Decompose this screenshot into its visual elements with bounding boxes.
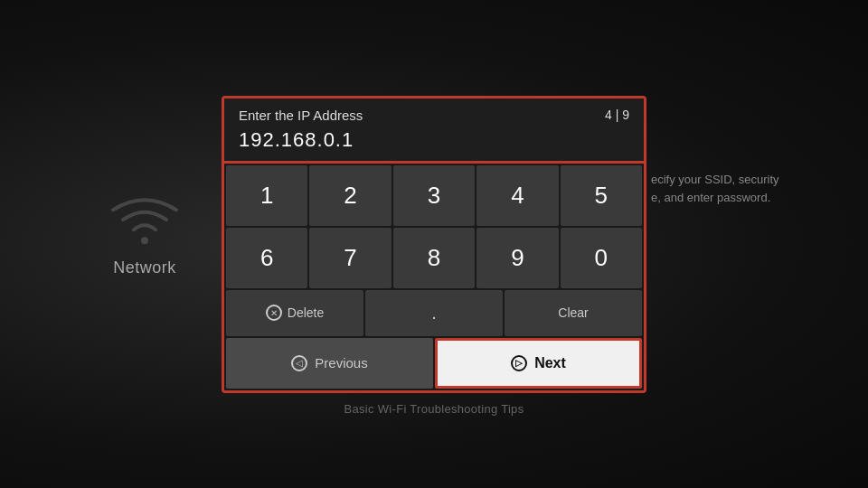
- num-9-button[interactable]: 9: [476, 228, 558, 288]
- wifi-area: Network: [108, 193, 181, 277]
- num-6-button[interactable]: 6: [226, 228, 307, 288]
- ip-address-dialog: Enter the IP Address 4 | 9 192.168.0.1 1…: [222, 96, 646, 393]
- next-icon: ▷: [511, 355, 527, 371]
- next-button[interactable]: ▷ Next: [435, 338, 642, 389]
- right-side-text: ecify your SSID, security e, and enter p…: [651, 171, 832, 206]
- nav-row: ◁ Previous ▷ Next: [224, 338, 644, 390]
- num-8-button[interactable]: 8: [393, 228, 475, 288]
- previous-button[interactable]: ◁ Previous: [226, 338, 433, 389]
- num-0-button[interactable]: 0: [561, 228, 642, 288]
- network-label: Network: [113, 258, 176, 277]
- delete-icon: ✕: [266, 305, 282, 321]
- dialog-header: Enter the IP Address 4 | 9 192.168.0.1: [222, 96, 646, 164]
- num-7-button[interactable]: 7: [309, 228, 391, 288]
- delete-button[interactable]: ✕ Delete: [226, 290, 363, 336]
- num-5-button[interactable]: 5: [561, 165, 642, 226]
- step-indicator: 4 | 9: [605, 108, 629, 122]
- action-row: ✕ Delete . Clear: [224, 290, 644, 338]
- dot-button[interactable]: .: [365, 290, 503, 336]
- clear-button[interactable]: Clear: [505, 290, 642, 336]
- num-3-button[interactable]: 3: [393, 165, 475, 226]
- header-row: Enter the IP Address 4 | 9: [239, 108, 629, 123]
- num-4-button[interactable]: 4: [476, 165, 558, 226]
- previous-icon: ◁: [291, 355, 307, 371]
- numpad-grid: 1 2 3 4 5 6 7 8 9 0: [224, 164, 644, 290]
- num-2-button[interactable]: 2: [309, 165, 391, 226]
- ip-value-display: 192.168.0.1: [239, 128, 629, 152]
- svg-point-0: [141, 237, 148, 244]
- wifi-icon: [108, 193, 181, 248]
- num-1-button[interactable]: 1: [226, 165, 307, 226]
- dialog-title: Enter the IP Address: [239, 108, 363, 123]
- troubleshooting-link[interactable]: Basic Wi-Fi Troubleshooting Tips: [344, 402, 524, 416]
